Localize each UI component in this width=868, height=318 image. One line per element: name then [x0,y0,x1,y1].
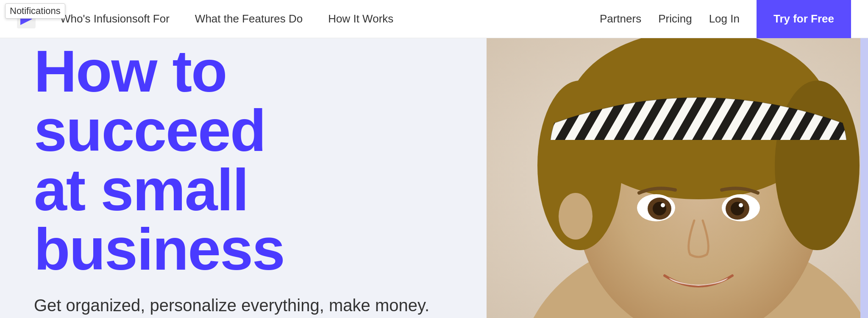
hero-content: How to succeed at small business Get org… [0,38,487,318]
svg-rect-23 [860,38,868,318]
hero-subheading: Get organized, personalize everything, m… [34,296,453,315]
hero-illustration [487,38,868,318]
nav-right: Partners Pricing Log In Try for Free [600,0,851,38]
try-for-free-button[interactable]: Try for Free [757,0,851,38]
hero-image [487,38,868,318]
hero-heading: How to succeed at small business [34,42,453,279]
nav-link-pricing[interactable]: Pricing [658,12,692,25]
nav-link-login[interactable]: Log In [709,12,740,25]
navbar: Notifications Who's Infusionsoft For Wha… [0,0,868,38]
nav-link-how-it-works[interactable]: How It Works [315,0,406,38]
svg-point-21 [739,203,743,207]
nav-link-features[interactable]: What the Features Do [182,0,315,38]
nav-links: Who's Infusionsoft For What the Features… [47,0,600,38]
svg-point-17 [661,203,665,207]
svg-point-22 [559,193,593,240]
notifications-tooltip: Notifications [5,3,65,19]
nav-link-partners[interactable]: Partners [600,12,641,25]
nav-link-whos-for[interactable]: Who's Infusionsoft For [47,0,182,38]
hero-section: How to succeed at small business Get org… [0,38,868,318]
svg-point-12 [775,81,860,250]
